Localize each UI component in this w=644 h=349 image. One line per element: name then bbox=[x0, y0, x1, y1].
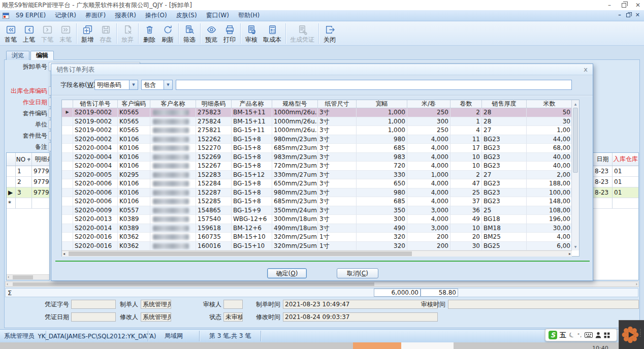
grid-left-scrollbar[interactable]: ‹ bbox=[7, 274, 49, 280]
column-header-宽幅[interactable]: 宽幅 bbox=[357, 100, 407, 108]
toolbar-add-button[interactable]: 新增 bbox=[78, 22, 96, 45]
grid-column-[interactable] bbox=[7, 153, 16, 166]
column-header-销售订单号[interactable]: 销售订单号 bbox=[73, 100, 118, 108]
sales-order-row[interactable]: S2020-0006K0106152287BG-15+8980mm/23um..… bbox=[62, 188, 579, 198]
sales-order-table[interactable]: 销售订单号客户编码客户名称明细条码产品名称规格型号纸管尺寸宽幅米/卷卷数销售厚度… bbox=[61, 100, 579, 257]
grid-row[interactable]: 8-2301 bbox=[593, 166, 638, 177]
toolbar-refresh-button[interactable]: 刷新 bbox=[158, 22, 177, 45]
mdi-close-button[interactable]: ✕ bbox=[635, 12, 640, 18]
column-header-米/卷[interactable]: 米/卷 bbox=[407, 100, 450, 108]
toolbar-audit-button[interactable]: 审核 bbox=[242, 22, 261, 45]
filter-search-input[interactable] bbox=[176, 80, 572, 90]
window-close-button[interactable]: ✕ bbox=[631, 1, 644, 10]
detail-grid-left[interactable]: NO明细条码197792297792▶397792*‹ bbox=[6, 152, 50, 280]
dialog-close-icon[interactable]: x bbox=[584, 65, 588, 74]
column-header-客户编码[interactable]: 客户编码 bbox=[118, 100, 150, 108]
grid-row[interactable] bbox=[593, 198, 638, 209]
scroll-left-icon[interactable]: ‹ bbox=[8, 275, 9, 280]
menu-item-3[interactable]: 报表(R) bbox=[110, 10, 141, 21]
grid-column-入库仓库[interactable]: 入库仓库 bbox=[613, 153, 639, 166]
vscroll-thumb[interactable] bbox=[573, 108, 578, 173]
grid-column-明细条码[interactable]: 明细条码 bbox=[32, 153, 50, 166]
filter-field-combobox[interactable]: 明细条码 ▼ bbox=[94, 80, 138, 90]
menu-item-0[interactable]: S9 ERP(E) bbox=[11, 10, 50, 21]
detail-grid-right[interactable]: 日期入库仓库8-23018-23018-2301 bbox=[593, 152, 639, 280]
column-header-卷数[interactable]: 卷数 bbox=[450, 100, 482, 108]
filter-operator-combobox[interactable]: 包含 ▼ bbox=[141, 80, 173, 90]
scroll-left-icon[interactable]: ◂ bbox=[63, 251, 65, 257]
sales-order-row[interactable]: S2020-0006K0106152285BG-15+8685mm/23um..… bbox=[62, 197, 579, 206]
column-header-销售厚度[interactable]: 销售厚度 bbox=[482, 100, 527, 108]
form-horizontal-scrollbar[interactable]: ‹ › bbox=[5, 281, 639, 287]
menu-item-7[interactable]: 帮助(H) bbox=[234, 10, 264, 21]
tab-编辑[interactable]: 编辑 bbox=[30, 51, 54, 60]
mdi-minimize-button[interactable]: – bbox=[618, 12, 621, 18]
user-settings-icon[interactable] bbox=[595, 332, 601, 338]
grid-new-row[interactable]: * bbox=[7, 198, 49, 209]
sales-order-row[interactable]: S2020-0004K0106152270BG-15+8685mm/23um..… bbox=[62, 144, 579, 153]
table-horizontal-scrollbar[interactable]: ◂ ▸ bbox=[62, 250, 572, 257]
ok-button[interactable]: 确定(O) bbox=[267, 268, 307, 278]
chevron-down-icon[interactable]: ▼ bbox=[164, 80, 172, 89]
menu-item-6[interactable]: 窗口(W) bbox=[202, 10, 234, 21]
window-minimize-button[interactable]: – bbox=[602, 1, 617, 10]
column-header-产品名称[interactable]: 产品名称 bbox=[232, 100, 272, 108]
sales-order-row[interactable]: S2020-0014K0389159618BM-12+6490mm/18um..… bbox=[62, 224, 579, 233]
sales-order-row[interactable]: S2020-0016K0362160735BM-15+10320mm/25um.… bbox=[62, 233, 579, 242]
menu-item-2[interactable]: 界面(F) bbox=[81, 10, 110, 21]
menu-item-5[interactable]: 皮肤(S) bbox=[172, 10, 202, 21]
toolbar-filter-button[interactable]: 筛选 bbox=[180, 22, 199, 45]
toolbar-print-button[interactable]: 打印 bbox=[220, 22, 239, 45]
column-header-米数[interactable]: 米数 bbox=[527, 100, 572, 108]
toolbox-grid-icon[interactable] bbox=[604, 332, 610, 338]
grid-row[interactable]: ▶397792 bbox=[7, 187, 49, 198]
grid-column-NO[interactable]: NO bbox=[16, 153, 32, 166]
sogou-input-icon[interactable]: S bbox=[549, 331, 557, 339]
menu-item-4[interactable]: 操作(O) bbox=[141, 10, 172, 21]
hscroll-thumb[interactable] bbox=[69, 251, 412, 256]
column-header-明细条码[interactable]: 明细条码 bbox=[196, 100, 232, 108]
sales-order-row[interactable]: S2020-0013K0389157540WBG-12+6300mm/18um.… bbox=[62, 215, 579, 224]
scrollbar-thumb[interactable] bbox=[13, 282, 374, 286]
scroll-down-icon[interactable]: ▼ bbox=[572, 243, 579, 250]
sales-order-row[interactable]: S2019-0002K0565275824BM-15+111000mm/26u.… bbox=[62, 117, 579, 126]
sales-order-row[interactable]: S2020-0004K0106152267BG-15+8720mm/23um..… bbox=[62, 162, 579, 171]
toolbar-preview-button[interactable]: 预览 bbox=[202, 22, 220, 45]
taskbar-orange-button[interactable] bbox=[353, 342, 401, 349]
grid-row[interactable]: 297792 bbox=[7, 177, 49, 187]
overlay-menu-dots-icon[interactable]: ⋮⋮ bbox=[638, 329, 643, 336]
sales-order-row[interactable]: S2020-0009K0557154865BG-15+9350mm/24um..… bbox=[62, 206, 579, 215]
tab-浏览[interactable]: 浏览 bbox=[6, 51, 29, 60]
toolbar-prev-button[interactable]: 上笔 bbox=[20, 22, 38, 45]
scrollbar-thumb[interactable] bbox=[13, 275, 33, 279]
mdi-restore-button[interactable] bbox=[626, 13, 630, 17]
scroll-left-icon[interactable]: ‹ bbox=[7, 282, 8, 287]
column-header-纸管尺寸[interactable]: 纸管尺寸 bbox=[318, 100, 357, 108]
column-header-规格型号[interactable]: 规格型号 bbox=[272, 100, 318, 108]
punctuation-mode-icon[interactable]: °, bbox=[577, 333, 582, 338]
wubi-mode-icon[interactable]: 五 bbox=[560, 331, 566, 339]
sales-order-row[interactable]: ▶S2019-0002K0565275823BM-15+111000mm/26u… bbox=[62, 108, 579, 117]
scroll-right-icon[interactable]: ▸ bbox=[569, 251, 571, 257]
soft-keyboard-icon[interactable] bbox=[585, 332, 593, 338]
toolbar-exit-button[interactable]: 关闭 bbox=[320, 22, 339, 45]
ime-toolbar[interactable]: S 五 ☾ °, bbox=[545, 329, 617, 341]
toolbar-cost-button[interactable]: 取成本 bbox=[261, 22, 284, 45]
chevron-down-icon[interactable]: ▼ bbox=[129, 80, 138, 89]
taskbar-white-button[interactable] bbox=[401, 342, 454, 349]
grid-row[interactable]: 8-2301 bbox=[593, 177, 638, 187]
sales-order-row[interactable]: S2020-0006K0106152284BG-15+8650mm/23um..… bbox=[62, 179, 579, 188]
table-vertical-scrollbar[interactable]: ▲ ▼ bbox=[571, 100, 579, 250]
grid-row[interactable]: 8-2301 bbox=[593, 187, 638, 198]
toolbar-first-button[interactable]: 首笔 bbox=[2, 22, 20, 45]
scroll-up-icon[interactable]: ▲ bbox=[572, 101, 579, 107]
screen-recorder-overlay[interactable]: ⋮⋮ bbox=[619, 320, 644, 349]
window-restore-button[interactable] bbox=[617, 1, 631, 10]
column-header-客户名称[interactable]: 客户名称 bbox=[150, 100, 196, 108]
halfwidth-moon-icon[interactable]: ☾ bbox=[567, 330, 576, 340]
grid-row[interactable]: 197792 bbox=[7, 166, 49, 177]
menu-item-1[interactable]: 记录(R) bbox=[50, 10, 81, 21]
sales-order-row[interactable]: S2020-0016K0362160016BG-15+10320mm/25um.… bbox=[62, 242, 579, 251]
scroll-right-icon[interactable]: › bbox=[636, 282, 637, 287]
toolbar-delete-button[interactable]: 删除 bbox=[140, 22, 158, 45]
